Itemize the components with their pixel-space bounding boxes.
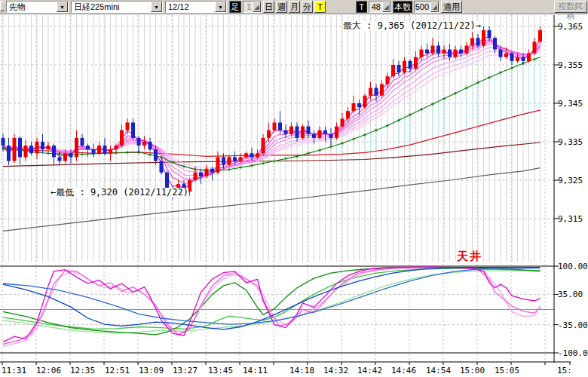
max-price-annotation: 最大 : 9,365 (2012/11/22)→	[343, 21, 481, 31]
time-tick-label: 13:27	[173, 366, 198, 375]
oscillator-tick-label: -35.00	[558, 320, 588, 330]
time-tick-label: 11:31	[2, 366, 26, 375]
oscillator-tick-label: 35.00	[558, 290, 583, 299]
time-tick-label: 15:00	[460, 366, 485, 375]
price-tick-label: 9,355	[558, 60, 583, 70]
time-tick-label-clipped: 15:1	[557, 366, 571, 375]
ceiling-signal-label: 天井	[457, 250, 482, 262]
ema-ribbon	[3, 38, 541, 188]
time-tick-label: 13:45	[208, 366, 233, 375]
time-tick-label: 14:54	[426, 366, 451, 375]
price-tick-label: 9,365	[558, 22, 583, 32]
price-tick-label: 9,335	[558, 137, 583, 147]
time-tick-label: 15:05	[495, 366, 519, 375]
time-tick-label: 14:46	[391, 366, 416, 375]
oscillator-gridlines	[0, 266, 554, 353]
time-tick-label: 12:06	[36, 366, 61, 375]
price-tick-label: 9,345	[558, 99, 583, 109]
moving-averages	[3, 110, 541, 231]
chart-app-window: ▼ 先物 ▼ 日経225mini ▼ 12/12 ▼ 足 1 ◢ 日 週 月 分…	[0, 0, 588, 377]
oscillator-tick-label: 100.00	[558, 262, 588, 271]
time-tick-label: 12:51	[105, 366, 130, 375]
price-tick-label: 9,315	[558, 214, 583, 224]
price-tick-label: 9,325	[558, 176, 583, 185]
time-tick-label: 13:09	[139, 366, 164, 375]
time-tick-label: 14:42	[357, 366, 382, 375]
time-tick-label: 14:32	[323, 366, 348, 375]
oscillator-lines	[3, 267, 541, 346]
oscillator-tick-label: -100.00	[558, 348, 588, 358]
min-price-annotation: ←最低 : 9,320 (2012/11/22)	[51, 188, 188, 198]
time-tick-label: 15:1	[557, 366, 571, 375]
time-tick-label: 14:18	[289, 366, 314, 375]
time-tick-label: 12:35	[70, 366, 95, 375]
time-tick-label: 14:11	[243, 366, 268, 375]
